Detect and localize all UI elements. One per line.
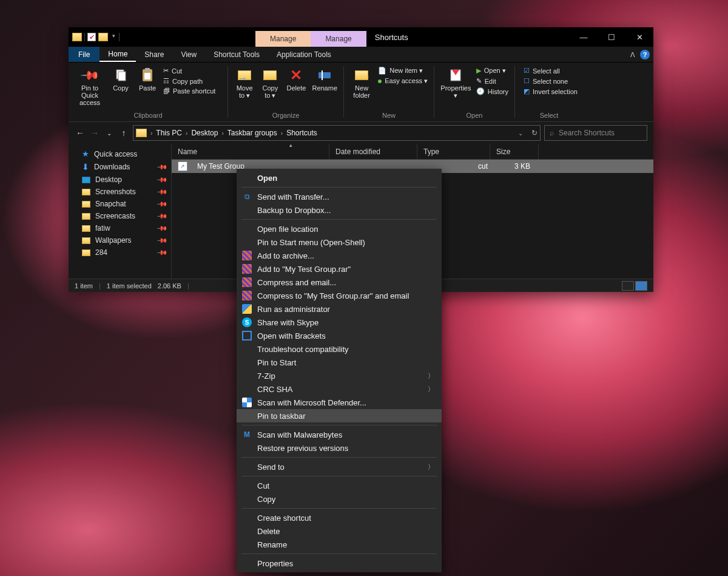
qat-dropdown-icon[interactable]: ▾ xyxy=(110,33,116,41)
open-button[interactable]: ▶Open ▾ xyxy=(475,66,510,75)
copy-to-button[interactable]: Copy to ▾ xyxy=(258,65,281,99)
menu-item[interactable]: Copy xyxy=(237,492,442,506)
maximize-button[interactable]: ☐ xyxy=(598,27,625,47)
contextual-tab-shortcut[interactable]: Manage xyxy=(255,31,311,47)
new-folder-button[interactable]: ✦ New folder xyxy=(349,65,374,99)
sidebar-item[interactable]: Screenshots📌 xyxy=(69,186,171,198)
back-button[interactable]: ← xyxy=(75,128,86,138)
rename-button[interactable]: Rename xyxy=(311,65,339,92)
tab-share[interactable]: Share xyxy=(136,47,172,62)
chevron-down-icon[interactable]: ⌄ xyxy=(518,130,523,137)
help-icon[interactable]: ? xyxy=(640,50,650,59)
sidebar-item[interactable]: Snapchat📌 xyxy=(69,198,171,210)
invert-selection-button[interactable]: ◩Invert selection xyxy=(522,87,579,96)
new-folder-icon[interactable] xyxy=(98,33,108,41)
move-to-button[interactable]: → Move to ▾ xyxy=(233,65,256,99)
copy-button[interactable]: Copy xyxy=(109,65,133,92)
menu-item[interactable]: Add to archive... xyxy=(237,249,442,262)
menu-item[interactable]: Scan with Microsoft Defender... xyxy=(237,396,442,409)
contextual-tab-application[interactable]: Manage xyxy=(311,31,366,47)
menu-item-label: Scan with Microsoft Defender... xyxy=(257,398,366,407)
properties-icon[interactable]: ✔ xyxy=(87,33,96,41)
menu-item[interactable]: Run as administrator xyxy=(237,302,442,316)
sidebar-item-label: Desktop xyxy=(95,175,122,184)
menu-item[interactable]: CRC SHA〉 xyxy=(237,382,442,396)
tab-view[interactable]: View xyxy=(172,47,205,62)
window-title: Shortcuts xyxy=(375,33,408,42)
easy-access-button[interactable]: Easy access ▾ xyxy=(377,76,429,86)
menu-item[interactable]: ⧉Send with Transfer... xyxy=(237,190,442,203)
icons-view-button[interactable] xyxy=(635,281,647,291)
menu-item[interactable]: 7-Zip〉 xyxy=(237,369,442,382)
forward-button[interactable]: → xyxy=(89,128,100,138)
breadcrumb[interactable]: Taskbar groups xyxy=(226,129,278,137)
copy-path-icon: ☶ xyxy=(163,77,169,85)
column-size[interactable]: Size xyxy=(490,144,539,160)
paste-button[interactable]: Paste xyxy=(135,65,160,92)
menu-item[interactable]: Delete xyxy=(237,524,442,538)
select-none-button[interactable]: ☐Select none xyxy=(522,76,579,86)
menu-item[interactable]: Send to〉 xyxy=(237,460,442,473)
menu-item[interactable]: Create shortcut xyxy=(237,511,442,524)
tab-home[interactable]: Home xyxy=(99,47,136,62)
menu-item[interactable]: Restore previous versions xyxy=(237,441,442,455)
menu-item[interactable]: Compress to "My Test Group.rar" and emai… xyxy=(237,289,442,302)
menu-item[interactable]: Open file location xyxy=(237,222,442,235)
select-all-button[interactable]: ☑Select all xyxy=(522,66,579,75)
sidebar-item[interactable]: 284📌 xyxy=(69,246,171,259)
chevron-right-icon: 〉 xyxy=(428,371,434,381)
delete-button[interactable]: ✕ Delete xyxy=(284,65,308,92)
sidebar-item[interactable]: ⬇Downloads📌 xyxy=(69,160,171,174)
menu-item[interactable]: Open with Brackets xyxy=(237,329,442,342)
details-view-button[interactable] xyxy=(622,281,634,291)
minimize-button[interactable]: ― xyxy=(570,27,598,47)
menu-item[interactable]: Pin to taskbar xyxy=(237,409,442,422)
up-button[interactable]: ↑ xyxy=(118,128,129,138)
star-icon: ★ xyxy=(82,149,89,158)
sidebar-item[interactable]: Wallpapers📌 xyxy=(69,234,171,246)
sidebar-item[interactable]: Desktop📌 xyxy=(69,174,171,186)
edit-button[interactable]: ✎Edit xyxy=(475,76,510,86)
address-bar[interactable]: › This PC› Desktop› Taskbar groups› Shor… xyxy=(133,125,541,141)
breadcrumb[interactable]: Desktop xyxy=(190,129,219,137)
menu-item[interactable]: Open xyxy=(237,171,442,185)
menu-item[interactable]: Properties xyxy=(237,557,442,570)
properties-button[interactable]: Properties ▾ xyxy=(439,65,473,99)
close-button[interactable]: ✕ xyxy=(625,27,653,47)
menu-item[interactable]: MScan with Malwarebytes xyxy=(237,428,442,441)
sidebar-item[interactable]: ★Quick access xyxy=(69,147,171,160)
menu-item[interactable]: Cut xyxy=(237,479,442,492)
collapse-ribbon-icon[interactable]: ᐱ xyxy=(630,51,635,59)
menu-item[interactable]: Pin to Start menu (Open-Shell) xyxy=(237,235,442,249)
recent-dropdown-icon[interactable]: ⌄ xyxy=(104,130,115,137)
breadcrumb[interactable]: This PC xyxy=(155,129,183,137)
refresh-icon[interactable]: ↻ xyxy=(531,129,538,137)
sidebar-item-label: Screenshots xyxy=(95,188,136,196)
pin-to-quick-access-button[interactable]: 📌 Pin to Quick access xyxy=(73,65,106,106)
menu-item[interactable]: Pin to Start xyxy=(237,356,442,369)
pin-icon: 📌 xyxy=(79,65,101,86)
menu-item[interactable]: Add to "My Test Group.rar" xyxy=(237,262,442,276)
column-name[interactable]: Name xyxy=(172,144,329,160)
search-input[interactable]: ⌕ Search Shortcuts xyxy=(544,125,647,141)
sidebar-item[interactable]: fatiw📌 xyxy=(69,222,171,234)
menu-item[interactable]: Compress and email... xyxy=(237,276,442,289)
menu-item-label: Pin to Start menu (Open-Shell) xyxy=(257,238,365,247)
menu-item[interactable]: SShare with Skype xyxy=(237,316,442,329)
file-tab[interactable]: File xyxy=(69,47,99,62)
new-item-button[interactable]: 📄New item ▾ xyxy=(377,66,429,75)
cut-button[interactable]: ✂Cut xyxy=(162,66,217,75)
copy-path-button[interactable]: ☶Copy path xyxy=(162,76,217,86)
folder-icon[interactable] xyxy=(72,33,82,41)
menu-item[interactable]: Rename xyxy=(237,538,442,551)
menu-item[interactable]: Backup to Dropbox... xyxy=(237,203,442,217)
column-type[interactable]: Type xyxy=(417,144,490,160)
tab-application-tools[interactable]: Application Tools xyxy=(268,47,340,62)
menu-item[interactable]: Troubleshoot compatibility xyxy=(237,342,442,356)
paste-shortcut-button[interactable]: 🗐Paste shortcut xyxy=(162,87,217,95)
history-button[interactable]: 🕘History xyxy=(475,87,510,96)
column-date[interactable]: Date modified xyxy=(329,144,417,160)
breadcrumb[interactable]: Shortcuts xyxy=(285,129,318,137)
sidebar-item[interactable]: Screencasts📌 xyxy=(69,210,171,222)
tab-shortcut-tools[interactable]: Shortcut Tools xyxy=(205,47,268,62)
